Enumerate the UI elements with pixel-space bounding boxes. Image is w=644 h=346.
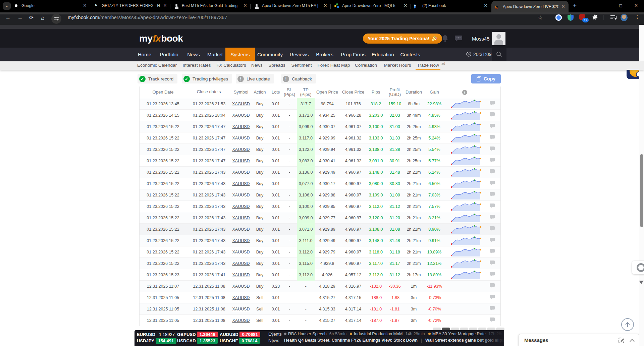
tab-search-button[interactable]: ⌄ <box>3 2 11 10</box>
nav-item-reviews[interactable]: Reviews <box>286 48 313 61</box>
cell-symbol-link[interactable]: XAUUSD <box>232 227 250 232</box>
market-ticker[interactable]: EURUSD 1.18927GBPUSD 1.36446AUDUSD 0.706… <box>135 330 504 346</box>
cell-symbol-link[interactable]: XAUUSD <box>232 250 250 254</box>
cell-symbol-link[interactable]: XAUUSD <box>232 238 250 243</box>
comment-icon[interactable] <box>489 203 495 209</box>
comment-icon[interactable] <box>489 272 495 277</box>
subnav-item-news[interactable]: News <box>249 61 265 70</box>
scrollbar-thumb[interactable] <box>640 154 643 227</box>
column-header[interactable]: Action <box>250 90 269 95</box>
subnav-item-interest-rates[interactable]: Interest Rates <box>181 61 212 70</box>
cell-symbol-link[interactable]: XAUUSD <box>232 216 250 220</box>
window-close-button[interactable]: ✕ <box>634 3 638 8</box>
cell-symbol-link[interactable]: XAUUSD <box>232 181 250 186</box>
nav-item-systems[interactable]: Systems <box>225 48 255 61</box>
nav-item-home[interactable]: Home <box>134 48 155 61</box>
browser-tab[interactable]: Apex Drawdown Zero - MQL5 ✕ <box>331 0 411 11</box>
cell-comment[interactable] <box>483 226 501 232</box>
site-info-button[interactable] <box>51 14 61 24</box>
window-minimize-button[interactable]: – <box>604 3 606 8</box>
subnav-item-market-hours[interactable]: Market Hours <box>382 61 413 70</box>
subnav-item-sentiment[interactable]: Sentiment <box>290 61 313 70</box>
cell-comment[interactable] <box>483 237 501 244</box>
cell-comment[interactable] <box>483 146 501 153</box>
browser-tab[interactable]: fxApex Drawdown Zero LIVE $20✕ <box>491 1 569 12</box>
tab-close-icon[interactable]: ✕ <box>483 3 488 8</box>
cell-comment[interactable] <box>483 272 501 278</box>
cell-symbol-link[interactable]: XAUUSD <box>232 193 250 197</box>
comment-icon[interactable] <box>489 146 495 152</box>
nav-item-brokers[interactable]: Brokers <box>315 48 335 61</box>
cell-symbol-link[interactable]: XAUUSD <box>232 295 250 300</box>
cell-comment[interactable] <box>483 249 501 255</box>
window-maximize-button[interactable]: ▢ <box>619 3 622 8</box>
comment-icon[interactable] <box>489 180 495 186</box>
tab-close-icon[interactable]: ✕ <box>323 3 328 8</box>
comment-icon[interactable] <box>489 158 495 163</box>
news-headline[interactable]: Health Q4 Beats Street, Confirms FY26 Ea… <box>284 338 418 343</box>
nav-item-prop-firms[interactable]: Prop Firms <box>337 48 370 61</box>
cell-symbol-link[interactable]: XAUUSD <box>232 124 250 129</box>
notifications-bell-icon[interactable] <box>441 35 449 44</box>
side-widget[interactable] <box>632 261 644 274</box>
event-title[interactable]: RBA Hauser Speech <box>288 332 327 336</box>
scroll-to-top-button[interactable] <box>621 318 634 331</box>
column-header[interactable]: Lots <box>269 90 282 95</box>
comment-icon[interactable] <box>489 283 495 288</box>
nav-search-button[interactable] <box>492 48 506 61</box>
comment-icon[interactable] <box>489 237 495 243</box>
browser-tab[interactable]: Google✕ <box>10 0 90 11</box>
cell-symbol-link[interactable]: XAUUSD <box>232 318 250 323</box>
cell-comment[interactable] <box>483 317 501 324</box>
cell-symbol-link[interactable]: XAUUSD <box>232 273 250 277</box>
bookmark-star-icon[interactable]: ☆ <box>538 14 543 21</box>
comment-icon[interactable] <box>489 112 495 117</box>
extensions-puzzle-icon[interactable]: 🧩 <box>592 14 598 20</box>
cell-symbol-link[interactable]: XAUUSD <box>232 147 250 152</box>
address-bar[interactable]: myfxbook.com/members/Moss45/apex-drawdow… <box>68 15 227 20</box>
username[interactable]: Moss45 <box>472 35 490 43</box>
cell-symbol-link[interactable]: XAUUSD <box>232 204 250 209</box>
new-tab-button[interactable]: + <box>573 2 577 9</box>
cell-symbol-link[interactable]: XAGUSD <box>232 102 250 106</box>
column-header[interactable]: Gain <box>423 90 446 95</box>
cell-symbol-link[interactable]: XAUUSD <box>232 284 250 289</box>
trading-persona-button[interactable]: Your 2025 Trading Persona! <box>363 34 442 44</box>
subnav-item-spreads[interactable]: Spreads <box>267 61 287 70</box>
column-header[interactable]: i <box>446 90 483 95</box>
subnav-item-economic-calendar[interactable]: Economic Calendar <box>137 61 177 70</box>
comment-icon[interactable] <box>489 192 495 197</box>
column-header[interactable]: Profit (USD) <box>385 88 405 97</box>
browser-tab[interactable]: GRIZZLY TRADERS FOREX · Hom✕ <box>90 0 170 11</box>
cell-comment[interactable] <box>483 169 501 175</box>
event-title[interactable]: Industrial Production MoM <box>354 332 402 336</box>
tab-close-icon[interactable]: ✕ <box>560 4 566 9</box>
cell-comment[interactable] <box>483 158 501 164</box>
forward-button[interactable]: → <box>17 15 23 21</box>
cell-symbol-link[interactable]: XAUUSD <box>232 136 250 140</box>
cell-comment[interactable] <box>483 215 501 221</box>
cell-symbol-link[interactable]: XAUUSD <box>232 170 250 175</box>
tab-close-icon[interactable]: ✕ <box>243 3 248 8</box>
shield-extension-icon[interactable] <box>568 14 574 22</box>
comment-icon[interactable] <box>489 249 495 254</box>
comment-icon[interactable] <box>489 294 495 300</box>
compose-icon[interactable] <box>618 337 625 344</box>
messages-panel[interactable]: Messages <box>519 334 639 346</box>
collapse-chevron-icon[interactable] <box>630 339 635 342</box>
comment-icon[interactable] <box>489 226 495 231</box>
column-header[interactable]: Close date ▼ <box>186 90 232 95</box>
comment-icon[interactable] <box>489 306 495 311</box>
nav-item-news[interactable]: News <box>183 48 204 61</box>
extension-icon-1[interactable] <box>555 14 562 21</box>
cell-symbol-link[interactable]: XAUUSD <box>232 261 250 266</box>
comment-icon[interactable] <box>489 101 495 106</box>
comment-icon[interactable] <box>489 135 495 140</box>
cell-comment[interactable] <box>483 203 501 210</box>
comment-icon[interactable] <box>489 215 495 220</box>
cell-comment[interactable] <box>483 101 501 107</box>
column-header[interactable]: SL (Pips) <box>282 88 297 97</box>
browser-menu-icon[interactable]: ⋮ <box>635 14 640 19</box>
nav-item-contests[interactable]: Contests <box>397 48 423 61</box>
info-icon[interactable]: i <box>462 90 467 95</box>
